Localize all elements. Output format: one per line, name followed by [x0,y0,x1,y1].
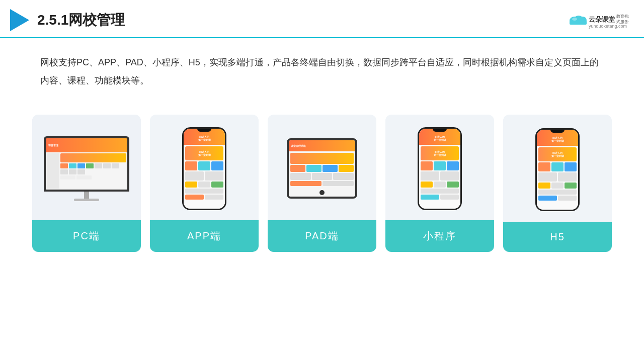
svg-text:教育机构一站: 教育机构一站 [616,14,629,19]
description-text: 网校支持PC、APP、PAD、小程序、H5，实现多端打通，产品各终端自由切换，数… [0,38,644,95]
tablet-frame: 课堂管理系统 [287,138,357,199]
phone-screen-h5: 职进人的第一堂到课 职进人的第一堂到课 [537,130,578,210]
card-pad: 课堂管理系统 [268,115,376,252]
phone-frame-mini: 职进人的第一堂到课 职进人的第一堂到课 [418,127,462,210]
svg-rect-3 [570,21,587,25]
phone-notch-h5 [550,130,565,133]
cards-container: 课堂管理 [0,100,644,262]
card-image-app: 职进人的第一堂到课 职进人的第一堂到课 [150,115,259,220]
card-app: 职进人的第一堂到课 职进人的第一堂到课 [150,115,259,252]
phone-mockup-mini: 职进人的第一堂到课 职进人的第一堂到课 [418,127,462,210]
monitor-screen: 课堂管理 [46,138,127,190]
tablet-screen: 课堂管理系统 [289,140,355,197]
card-label-app: APP端 [150,220,259,252]
svg-text:云朵课堂: 云朵课堂 [589,16,615,23]
card-miniprogram: 职进人的第一堂到课 职进人的第一堂到课 [385,115,494,252]
phone-mockup-app: 职进人的第一堂到课 职进人的第一堂到课 [182,127,226,210]
phone-notch-app [197,129,211,132]
phone-notch-mini [433,129,447,132]
card-pc: 课堂管理 [32,115,141,252]
phone-frame-h5: 职进人的第一堂到课 职进人的第一堂到课 [535,128,580,211]
pc-monitor: 课堂管理 [44,136,129,201]
svg-text:yunduoketang.com: yunduoketang.com [589,24,627,29]
logo-area: 云朵课堂 yunduoketang.com 教育机构一站 式服务云平台 [564,11,629,30]
phone-screen-mini: 职进人的第一堂到课 职进人的第一堂到课 [419,129,460,209]
page-header: 2.5.1网校管理 云朵课堂 yunduoketang.com 教育机构一站 式… [0,0,644,38]
card-label-miniprogram: 小程序 [385,220,494,252]
svg-text:式服务云平台: 式服务云平台 [616,20,629,24]
phone-screen-app: 职进人的第一堂到课 职进人的第一堂到课 [184,129,225,209]
phone-frame-app: 职进人的第一堂到课 职进人的第一堂到课 [182,127,226,210]
card-image-pad: 课堂管理系统 [268,115,376,220]
tablet-mockup: 课堂管理系统 [287,138,357,199]
svg-point-4 [572,18,577,21]
card-label-pad: PAD端 [268,220,376,252]
card-label-h5: H5 [503,222,612,252]
card-image-h5: 职进人的第一堂到课 职进人的第一堂到课 [503,115,612,222]
header-left: 2.5.1网校管理 [10,9,125,31]
card-h5: 职进人的第一堂到课 职进人的第一堂到课 [503,115,612,252]
card-label-pc: PC端 [32,220,141,252]
card-image-miniprogram: 职进人的第一堂到课 职进人的第一堂到课 [385,115,494,220]
play-icon [10,9,29,31]
monitor-frame: 课堂管理 [44,136,129,192]
page-title: 2.5.1网校管理 [37,11,125,30]
card-image-pc: 课堂管理 [32,115,141,220]
phone-mockup-h5: 职进人的第一堂到课 职进人的第一堂到课 [535,128,580,211]
logo-icon: 云朵课堂 yunduoketang.com 教育机构一站 式服务云平台 [564,11,629,30]
